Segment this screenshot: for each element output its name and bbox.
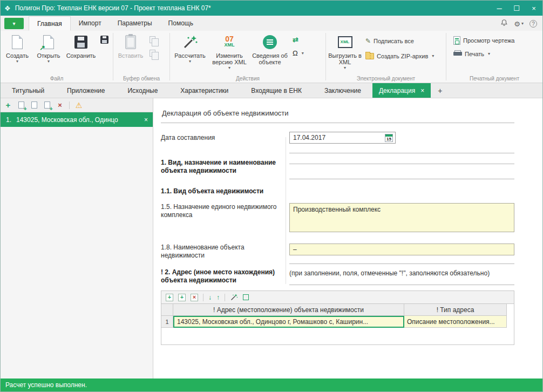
tab-iskhodnye[interactable]: Исходные: [116, 83, 169, 98]
print-button[interactable]: Печать▾: [452, 49, 492, 59]
add-item-button[interactable]: +: [4, 100, 12, 110]
xml-07-text: XML: [225, 42, 235, 48]
form-column-divider: [286, 137, 286, 284]
address-table-toolbar: + + × ↓ ↑: [161, 290, 514, 304]
plus-icon: +: [6, 101, 11, 109]
empty-field-line: [289, 263, 514, 264]
ribbon: Создать ▾ ↗ Открыть ▾ Сохранить Файл: [1, 31, 542, 83]
settings-gear-button[interactable]: ⚙ ▾: [514, 20, 524, 28]
date-value: 17.04.2017: [293, 134, 325, 141]
copy-icon: [150, 36, 155, 43]
open-button[interactable]: ↗ Открыть ▾: [33, 32, 64, 75]
delete-item-button[interactable]: ×: [56, 100, 64, 110]
address-cell[interactable]: 143025, Московская обл., Одинцово г, Ром…: [173, 316, 404, 328]
calculate-dropdown-icon[interactable]: ▾: [189, 59, 191, 64]
notifications-bell-icon[interactable]: [500, 19, 508, 29]
main-area: + × ⚠ 1. 143025, Московская обл., Одинцо…: [1, 98, 542, 379]
field-1-8-label: 1.8. Наименование объекта недвижимости: [161, 244, 282, 264]
sidebar-item-address[interactable]: 1. 143025, Московская обл., Одинцо ×: [1, 112, 153, 127]
change-xml-dropdown-icon[interactable]: ▾: [228, 66, 230, 70]
move-row-up-icon[interactable]: ↑: [216, 294, 220, 301]
omega-button[interactable]: Ω▾: [291, 48, 306, 58]
xml-export-text: XML: [341, 39, 350, 45]
toolbar-separator: [225, 294, 225, 301]
group-label-actions: Действия: [170, 76, 325, 82]
calculate-button[interactable]: Рассчитать ▾: [171, 32, 209, 75]
ribbon-group-clipboard: Вставить Буфер обмена: [113, 31, 169, 83]
copy-doc-icon: [44, 102, 50, 109]
header-address[interactable]: ! Адрес (местоположение) объекта недвижи…: [173, 304, 404, 316]
header-address-type[interactable]: ! Тип адреса: [404, 304, 507, 316]
copy-special-button[interactable]: [148, 48, 159, 58]
declaration-panel: Декларация об объекте недвижимости Дата …: [153, 98, 542, 379]
complex-purpose-field[interactable]: Производственный комплекс: [289, 203, 514, 232]
sign-all-button[interactable]: ✎Подписать все: [364, 36, 436, 46]
export-xml-dropdown-icon[interactable]: ▾: [344, 66, 346, 70]
tab-vkhodyaschie-v-enk[interactable]: Входящие в ЕНК: [240, 83, 313, 98]
paste-button-label: Вставить: [118, 52, 144, 59]
app-menu-button[interactable]: ▾: [4, 18, 24, 29]
gear-dropdown-icon: ▾: [521, 22, 524, 26]
tab-close-icon[interactable]: ×: [420, 87, 424, 94]
date-input[interactable]: 17.04.2017 15: [289, 132, 396, 144]
object-info-button[interactable]: Сведения об объекте: [250, 32, 290, 75]
duplicate-item-button[interactable]: [30, 100, 38, 110]
add-tab-button[interactable]: +: [431, 83, 449, 98]
printer-icon: [453, 50, 462, 57]
move-row-down-icon[interactable]: ↓: [208, 294, 212, 301]
copy-button[interactable]: [148, 35, 159, 45]
tab-zaklyuchenie[interactable]: Заключение: [313, 83, 372, 98]
row-number-cell[interactable]: 1: [161, 316, 173, 328]
ribbon-tab-import[interactable]: Импорт: [71, 16, 110, 31]
export-xml-button[interactable]: XML Выгрузить в XML ▾: [327, 32, 363, 75]
calculate-address-icon[interactable]: [230, 293, 238, 301]
tab-prilozhenie[interactable]: Приложение: [56, 83, 116, 98]
preview-drawing-button[interactable]: Просмотр чертежа: [452, 35, 516, 45]
empty-field-line: [289, 153, 514, 153]
create-dropdown-icon[interactable]: ▾: [16, 59, 18, 64]
group-label-clipboard: Буфер обмена: [113, 76, 169, 82]
ribbon-group-print: Просмотр чертежа Печать▾ Печатный докуме…: [446, 31, 542, 83]
address-type-cell[interactable]: Описание местоположения...: [404, 316, 507, 328]
zip-dropdown-icon: ▾: [432, 54, 434, 58]
save-as-button[interactable]: [99, 35, 110, 45]
ribbon-tab-bar: ▾ Главная Импорт Параметры Помощь ⚙ ▾ ?: [1, 16, 542, 31]
close-button[interactable]: ×: [525, 1, 542, 16]
calendar-icon[interactable]: 15: [385, 134, 393, 142]
maximize-button[interactable]: ☐: [508, 1, 525, 16]
window-controls: ─ ☐ ×: [491, 1, 542, 16]
zip-icon: [365, 53, 374, 59]
save-button[interactable]: Сохранить: [64, 32, 98, 75]
add-child-item-button[interactable]: [17, 100, 25, 110]
exchange-button[interactable]: ⇄: [291, 35, 306, 45]
preview-drawing-label: Просмотр чертежа: [463, 37, 514, 44]
object-name-field[interactable]: –: [289, 244, 514, 255]
sidebar-item-close-icon[interactable]: ×: [143, 116, 149, 124]
create-button[interactable]: Создать ▾: [2, 32, 33, 75]
delete-x-icon: ×: [58, 101, 62, 109]
change-xml-version-button[interactable]: 07XML Изменить версию XML ▾: [209, 32, 250, 75]
tab-deklaratsiya[interactable]: Декларация ×: [372, 83, 431, 98]
sign-all-label: Подписать все: [374, 38, 414, 44]
paste-button[interactable]: Вставить: [114, 32, 147, 75]
tab-kharakteristiki[interactable]: Характеристики: [169, 83, 240, 98]
insert-row-icon[interactable]: +: [178, 294, 186, 301]
open-dropdown-icon[interactable]: ▾: [47, 59, 50, 64]
copy-item-button[interactable]: [43, 100, 51, 110]
add-row-icon[interactable]: +: [166, 294, 173, 301]
minimize-button[interactable]: ─: [491, 1, 508, 16]
delete-row-icon[interactable]: ×: [191, 294, 198, 301]
ribbon-tab-parameters[interactable]: Параметры: [110, 16, 160, 31]
expand-table-icon[interactable]: [243, 294, 249, 300]
open-arrow-icon: ↗: [39, 45, 45, 51]
form-title: Декларация об объекте недвижимости: [161, 108, 514, 123]
warnings-button[interactable]: ⚠: [75, 100, 83, 110]
pen-icon: ✎: [365, 37, 371, 45]
tab-titulnyj[interactable]: Титульный: [1, 83, 56, 98]
ribbon-tab-help[interactable]: Помощь: [160, 16, 201, 31]
field-1-5-label: 1.5. Назначение единого недвижимого комп…: [161, 203, 282, 232]
create-zip-button[interactable]: Создать ZIP-архив▾: [364, 51, 436, 61]
help-icon[interactable]: ?: [530, 20, 537, 28]
ribbon-tab-home[interactable]: Главная: [29, 16, 71, 31]
app-window: ❖ Полигон Про: Техплан ЕНК версии 07 - П…: [0, 0, 543, 392]
